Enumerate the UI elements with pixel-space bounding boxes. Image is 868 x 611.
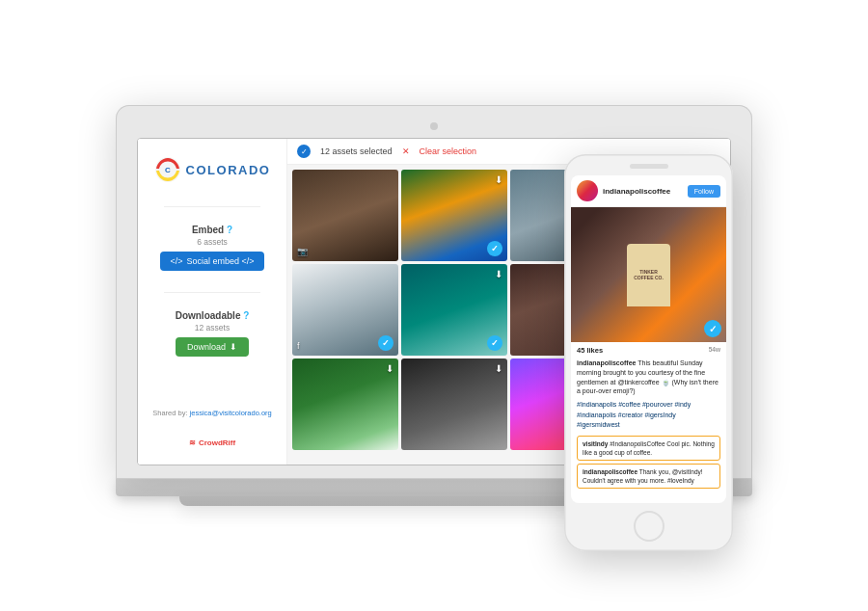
colorado-logo-icon: C [154, 156, 181, 183]
grid-item-9[interactable]: ⬇ [292, 359, 398, 450]
social-embed-button[interactable]: </> Social embed </> [160, 252, 263, 271]
ig-hashtags: #Indianapolis #coffee #pourover #indy #i… [571, 398, 726, 433]
phone: indianapoliscoffee Follow TINKER COFFEE … [564, 154, 733, 551]
check-badge-6: ✓ [487, 335, 502, 351]
grid-item-5[interactable]: f ✓ [292, 264, 398, 356]
ig-comment-1: visitIndy #IndianopolisCoffee Cool pic. … [577, 436, 720, 461]
instagram-icon: 📷 [297, 247, 308, 256]
sidebar-divider-1 [164, 206, 261, 207]
embed-tooltip-icon[interactable]: ? [227, 225, 232, 235]
logo-text: COLORADO [186, 163, 271, 177]
download-icon-6: ⬇ [495, 269, 502, 279]
grid-item-1[interactable]: 📷 [292, 170, 398, 261]
ig-avatar [577, 180, 598, 201]
ig-comment-2: indianapoliscoffee Thank you, @visitIndy… [577, 464, 720, 489]
x-icon: ✕ [402, 146, 410, 156]
embed-label: Embed ? [151, 225, 273, 235]
facebook-icon: f [297, 341, 300, 351]
ig-post-header: indianapoliscoffee Follow [571, 175, 726, 207]
downloadable-section: Downloadable ? 12 assets Download ⬇ [151, 310, 273, 357]
grid-item-10[interactable]: ⬇ [401, 359, 507, 450]
laptop-camera [430, 122, 438, 130]
clear-selection-button[interactable]: Clear selection [420, 146, 477, 156]
shared-by: Shared by: jessica@visitcolorado.org [152, 409, 272, 417]
embed-section: Embed ? 6 assets </> Social embed </> [151, 225, 273, 271]
sidebar-divider-2 [164, 292, 261, 293]
ig-likes-row: 45 likes 54w [571, 342, 726, 357]
ig-image: TINKER COFFEE CO. ✓ [571, 207, 726, 342]
ig-comment-2-username: indianapoliscoffee [583, 468, 637, 475]
downloadable-count: 12 assets [151, 323, 273, 332]
logo-area: C COLORADO [154, 156, 271, 183]
tinker-text: TINKER COFFEE CO. [634, 269, 664, 281]
ig-caption-username: indianapoliscoffee [577, 359, 636, 366]
ig-comment-2-text: indianapoliscoffee Thank you, @visitIndy… [583, 467, 715, 485]
code-icon: </> [170, 256, 182, 266]
shared-by-email[interactable]: jessica@visitcolorado.org [190, 409, 272, 417]
svg-text:C: C [165, 166, 171, 174]
ig-caption: indianapoliscoffee This beautiful Sunday… [571, 357, 726, 398]
ig-comment-1-text: visitIndy #IndianopolisCoffee Cool pic. … [583, 439, 715, 457]
download-icon: ⬇ [230, 342, 237, 352]
ig-username: indianapoliscoffee [603, 187, 683, 196]
ig-follow-button[interactable]: Follow [688, 185, 720, 198]
check-badge-5: ✓ [378, 335, 393, 351]
tinker-bag: TINKER COFFEE CO. [627, 244, 670, 306]
check-circle-icon: ✓ [297, 145, 311, 158]
phone-speaker [630, 164, 668, 169]
ig-time: 54w [709, 346, 720, 355]
phone-screen: indianapoliscoffee Follow TINKER COFFEE … [571, 175, 726, 503]
grid-item-2[interactable]: ⬇ ✓ [401, 170, 507, 261]
download-icon-9: ⬇ [386, 363, 393, 374]
check-badge-2: ✓ [487, 241, 502, 256]
downloadable-tooltip-icon[interactable]: ? [243, 310, 249, 321]
scene: C COLORADO Embed ? 6 assets [0, 0, 868, 611]
ig-comment-1-username: visitIndy [583, 440, 608, 447]
crowdriff-icon: ≋ [189, 438, 196, 447]
downloadable-label: Downloadable ? [151, 310, 273, 321]
phone-home-button[interactable] [634, 511, 665, 542]
crowdriff-logo: ≋ CrowdRiff [189, 438, 235, 447]
download-icon-2: ⬇ [495, 174, 502, 185]
download-icon-10: ⬇ [495, 363, 502, 374]
download-button[interactable]: Download ⬇ [176, 337, 249, 357]
grid-item-6[interactable]: ⬇ ✓ [401, 264, 507, 356]
embed-count: 6 assets [151, 237, 273, 247]
assets-selected-label: 12 assets selected [320, 146, 393, 156]
phone-check-badge: ✓ [704, 320, 721, 337]
sidebar: C COLORADO Embed ? 6 assets [138, 139, 287, 465]
ig-likes-count: 45 likes [577, 346, 603, 355]
ig-image-overlay: TINKER COFFEE CO. [571, 207, 726, 342]
